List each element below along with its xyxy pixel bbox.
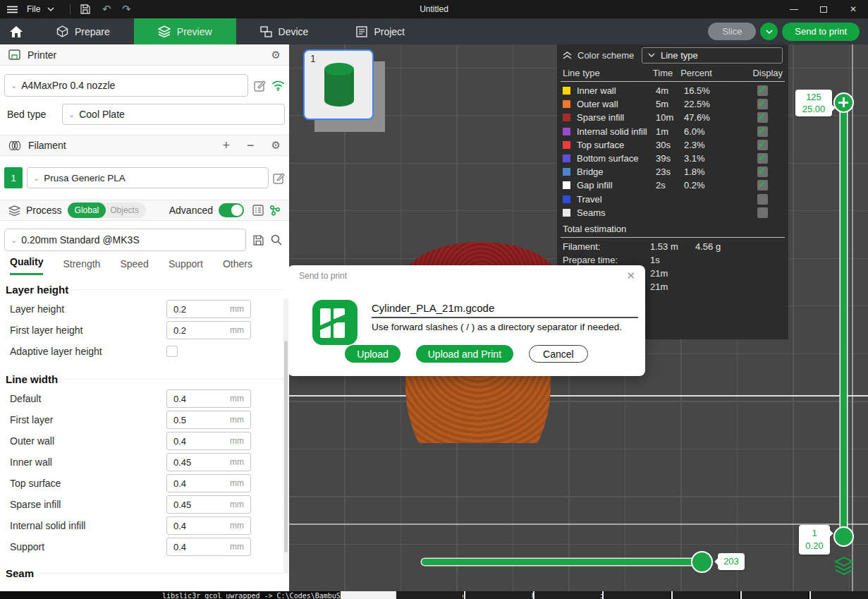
cancel-button[interactable]: Cancel xyxy=(529,345,588,363)
param-label: Support xyxy=(10,541,166,552)
bed-type-select[interactable]: ⌄ Cool Plate xyxy=(62,104,285,125)
process-scope-toggle[interactable]: Global Objects xyxy=(68,202,146,218)
upload-button[interactable]: Upload xyxy=(345,345,400,363)
save-preset-icon[interactable] xyxy=(253,235,264,246)
process-preset-select[interactable]: ⌄ 0.20mm Standard @MK3S xyxy=(4,229,246,251)
filament-preset-select[interactable]: ⌄ Prusa Generic PLA xyxy=(27,167,269,188)
search-icon[interactable] xyxy=(271,234,282,246)
legend-divider xyxy=(561,237,785,238)
layers-view-button[interactable] xyxy=(833,556,855,577)
tab-project[interactable]: Project xyxy=(332,18,429,44)
display-checkbox[interactable] xyxy=(757,194,768,205)
display-checkbox[interactable] xyxy=(757,85,768,96)
scope-global[interactable]: Global xyxy=(68,202,106,218)
filename-input[interactable] xyxy=(372,299,638,318)
model-cylinder-body[interactable] xyxy=(395,376,564,443)
line-width-internal-solid-infill-input[interactable]: 0.4mm xyxy=(166,516,251,535)
send-to-print-button[interactable]: Send to print xyxy=(782,23,860,41)
undo-icon[interactable]: ↶ xyxy=(100,3,113,16)
param-value: 0.4 xyxy=(173,521,230,531)
dialog-close-icon[interactable]: ✕ xyxy=(626,270,635,282)
legend-label: Inner wall xyxy=(577,85,656,96)
plate-thumbnail[interactable]: 1 xyxy=(303,49,374,120)
line-width-top-surface-input[interactable]: 0.4mm xyxy=(166,474,251,492)
file-menu[interactable]: File xyxy=(27,4,40,14)
travel-swatch xyxy=(563,195,570,203)
line-width-inner-wall-input[interactable]: 0.45mm xyxy=(166,453,251,471)
display-checkbox[interactable] xyxy=(757,167,768,177)
tab-quality[interactable]: Quality xyxy=(10,256,43,275)
grid-line xyxy=(289,524,868,525)
legend-percent: 1.8% xyxy=(684,167,757,177)
layer-slider-track[interactable] xyxy=(841,102,847,536)
process-icon xyxy=(8,205,20,216)
line-width-first-layer-input[interactable]: 0.5mm xyxy=(166,411,251,429)
display-checkbox[interactable] xyxy=(757,153,768,164)
tab-prepare[interactable]: Prepare xyxy=(32,18,134,44)
line-width-support-input[interactable]: 0.4mm xyxy=(166,538,251,556)
tab-others[interactable]: Others xyxy=(223,258,252,275)
wifi-icon[interactable] xyxy=(271,80,285,91)
panel-scrollbar[interactable] xyxy=(283,298,288,574)
save-icon[interactable] xyxy=(80,4,93,14)
printer-settings-gear-icon[interactable]: ⚙ xyxy=(271,49,281,61)
param-unit: mm xyxy=(230,325,244,335)
view-mode-select[interactable]: Line type xyxy=(642,47,783,63)
display-checkbox[interactable] xyxy=(757,140,768,150)
adaptive-layer-height-checkbox[interactable] xyxy=(166,346,178,357)
gcode-move-slider-track[interactable] xyxy=(422,559,704,565)
display-checkbox[interactable] xyxy=(757,180,768,190)
tab-device[interactable]: Device xyxy=(236,18,333,44)
minimize-button[interactable]: — xyxy=(779,0,809,18)
taskbar-fragment xyxy=(671,591,739,599)
hamburger-menu-icon[interactable] xyxy=(7,6,20,13)
display-checkbox[interactable] xyxy=(757,112,768,123)
line-width-sparse-infill-input[interactable]: 0.45mm xyxy=(166,495,251,514)
printer-preset-select[interactable]: ⌄ A4MaxPro 0.4 nozzle xyxy=(4,74,248,97)
chevron-down-icon[interactable] xyxy=(47,7,60,11)
redo-icon[interactable]: ↷ xyxy=(120,3,133,16)
home-button[interactable] xyxy=(0,18,32,44)
layer-height-input[interactable]: 0.2 mm xyxy=(166,300,251,318)
remove-filament-button[interactable]: − xyxy=(247,138,255,153)
filament-settings-gear-icon[interactable]: ⚙ xyxy=(271,139,281,152)
advanced-toggle[interactable] xyxy=(219,203,244,217)
line-width-default-input[interactable]: 0.4mm xyxy=(166,389,251,408)
param-label: Default xyxy=(10,393,166,404)
add-filament-button[interactable]: + xyxy=(223,138,231,153)
tab-support[interactable]: Support xyxy=(169,258,203,275)
display-checkbox[interactable] xyxy=(757,207,768,218)
display-checkbox[interactable] xyxy=(757,126,768,137)
tab-strength[interactable]: Strength xyxy=(63,258,100,275)
legend-row: Inner wall4m16.5% xyxy=(557,84,788,97)
parameter-list-icon[interactable] xyxy=(252,205,264,216)
legend-row: Sparse infill10m47.6% xyxy=(557,111,788,124)
tab-preview[interactable]: Preview xyxy=(134,18,236,44)
layer-slider-bottom-handle[interactable] xyxy=(833,526,854,547)
upload-and-print-button[interactable]: Upload and Print xyxy=(416,345,513,363)
legend-columns: Line type Time Percent Display xyxy=(557,66,788,80)
maximize-button[interactable] xyxy=(809,0,838,18)
bed-type-label: Bed type xyxy=(4,109,62,120)
layer-height-value: 0.20 xyxy=(799,540,830,552)
tab-speed[interactable]: Speed xyxy=(120,258,148,275)
filament-slot-badge[interactable]: 1 xyxy=(4,167,23,188)
filament-edit-icon[interactable] xyxy=(273,172,285,184)
scope-objects[interactable]: Objects xyxy=(106,205,146,215)
legend-percent: 47.6% xyxy=(684,112,757,123)
layer-slider-top-handle[interactable] xyxy=(833,92,854,113)
close-button[interactable]: ✕ xyxy=(838,0,868,18)
slice-button[interactable]: Slice xyxy=(708,23,756,40)
chevron-down-icon: ⌄ xyxy=(11,81,17,90)
gcode-move-slider-handle[interactable] xyxy=(691,551,713,573)
printer-edit-icon[interactable] xyxy=(254,80,266,92)
line-width-outer-wall-input[interactable]: 0.4mm xyxy=(166,432,251,450)
first-layer-height-input[interactable]: 0.2 mm xyxy=(166,321,251,339)
tune-parameters-icon[interactable] xyxy=(269,205,281,216)
collapse-panel-icon[interactable] xyxy=(563,52,572,59)
chevron-down-icon xyxy=(648,53,655,57)
legend-row: Bridge23s1.8% xyxy=(557,165,788,179)
param-value: 0.4 xyxy=(173,542,230,552)
display-checkbox[interactable] xyxy=(757,99,768,109)
send-options-button[interactable] xyxy=(760,23,778,40)
